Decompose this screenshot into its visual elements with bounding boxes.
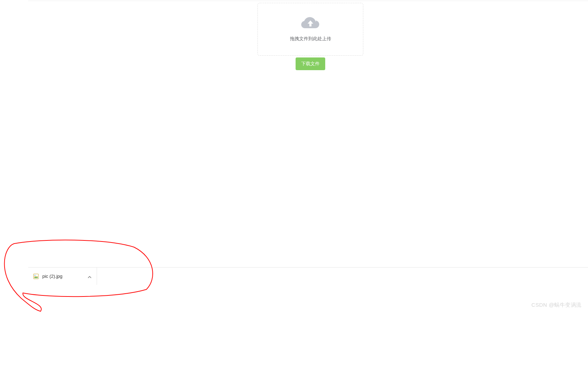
top-divider [28, 1, 588, 1]
download-file-button[interactable]: 下载文件 [296, 57, 325, 70]
cloud-upload-icon [301, 17, 320, 31]
jpg-file-icon [33, 274, 39, 279]
svg-point-2 [35, 275, 36, 276]
csdn-watermark: CSDN @蜗牛变涡流 [532, 302, 582, 308]
upload-dropzone[interactable]: 拖拽文件到此处上传 [257, 3, 363, 56]
browser-downloads-bar: pic (2).jpg [28, 267, 588, 285]
chevron-up-icon[interactable] [87, 274, 92, 279]
download-item-filename: pic (2).jpg [42, 274, 62, 279]
download-item[interactable]: pic (2).jpg [28, 268, 97, 285]
upload-hint-text: 拖拽文件到此处上传 [290, 36, 331, 42]
